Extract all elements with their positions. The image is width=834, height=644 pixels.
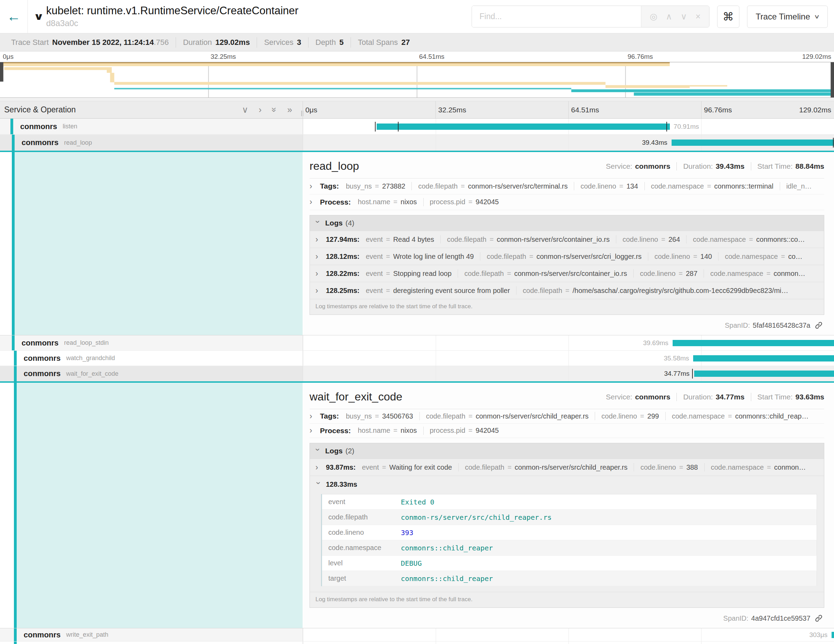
logs-header[interactable]: › Logs (4) [310, 215, 824, 231]
match-case-icon[interactable]: ◎ [650, 11, 657, 21]
start-time-value: 88.84ms [795, 162, 824, 170]
span-service: conmonrs [21, 338, 58, 348]
tags-row[interactable]: › Tags: busy_ns=34506763 code.filepath=c… [310, 409, 824, 424]
span-timeline-cell[interactable]: 303μs [302, 628, 834, 641]
service-value: conmonrs [635, 393, 671, 401]
span-service: conmonrs [24, 369, 60, 378]
log-timestamp: 93.87ms: [326, 463, 356, 471]
span-bar[interactable] [693, 355, 834, 361]
minimap-tick: 96.76ms [628, 53, 653, 60]
logs-section: › Logs (4) › 127.94ms: event=Read 4 byte… [310, 215, 824, 315]
minimap-tick-labels: 0μs 32.25ms 64.51ms 96.76ms 129.02ms [0, 52, 834, 62]
timeline-tick: 0μs [305, 106, 317, 114]
collapse-all-icon[interactable]: » [270, 107, 280, 112]
span-color-accent [12, 335, 15, 350]
trace-services: Services 3 [257, 37, 308, 48]
log-entry[interactable]: › 127.94ms: event=Read 4 bytes code.file… [310, 231, 824, 248]
span-row-watch-grandchild[interactable]: conmonrs watch_grandchild 35.58ms [0, 351, 834, 366]
span-duration-label: 34.77ms [664, 370, 690, 377]
span-bar[interactable] [672, 139, 834, 146]
chevron-down-icon: ∨ [814, 13, 820, 20]
span-duration-label: 70.91ms [674, 123, 699, 131]
logs-title: Logs [325, 219, 343, 227]
prev-result-icon[interactable]: ∧ [666, 11, 672, 21]
span-row-read-loop[interactable]: conmonrs read_loop 39.43ms [0, 135, 834, 150]
logs-footer-note: Log timestamps are relative to the start… [310, 592, 824, 607]
chevron-down-icon: › [314, 482, 323, 487]
start-time-label: Start Time: [758, 393, 793, 401]
duration-label: Duration [183, 38, 212, 47]
span-row-write-exit-path[interactable]: conmonrs write_exit_path 303μs [0, 628, 834, 642]
span-color-accent [14, 642, 17, 644]
log-field-row: code.lineno 393 [322, 525, 817, 540]
find-input[interactable] [472, 6, 641, 27]
span-row-listen[interactable]: conmonrs listen 70.91ms [0, 119, 834, 135]
detail-header[interactable]: wait_for_exit_code Service:conmonrs Dura… [310, 383, 824, 409]
log-field-row: code.filepath conmon-rs/server/src/child… [322, 510, 817, 525]
service-operation-header: Service & Operation ∨ › » » [0, 101, 302, 118]
detail-highlight-column[interactable] [17, 383, 302, 628]
clear-search-icon[interactable]: × [696, 11, 701, 21]
total-spans-label: Total Spans [358, 38, 398, 47]
copy-link-icon[interactable] [815, 321, 823, 330]
collapse-one-icon[interactable]: ∨ [242, 105, 248, 115]
span-timeline-cell[interactable]: 39.43ms [302, 135, 834, 150]
logs-count: (4) [345, 219, 354, 227]
span-bar[interactable] [694, 371, 834, 377]
logs-header[interactable]: › Logs (2) [310, 443, 824, 459]
span-row-read-loop-stdin[interactable]: conmonrs read_loop_stdin 39.69ms [0, 335, 834, 351]
span-bar[interactable] [377, 123, 670, 130]
span-timeline-cell[interactable] [302, 642, 834, 644]
log-entry[interactable]: › 128.22ms: event=Stopping read loop cod… [310, 265, 824, 282]
back-button[interactable]: ← [0, 0, 28, 33]
log-marker [833, 138, 834, 147]
trace-duration: Duration 129.02ms [176, 37, 257, 48]
span-row-partial[interactable] [0, 642, 834, 644]
minimap-canvas[interactable] [0, 62, 834, 98]
timeline-tick: 96.76ms [704, 106, 732, 114]
trace-timeline-page: ← ∨ kubelet: runtime.v1.RuntimeService/C… [0, 0, 834, 644]
span-bar[interactable] [672, 340, 834, 346]
detail-meta: Service:conmonrs Duration:34.77ms Start … [606, 393, 824, 401]
timeline-tick: 129.02ms [799, 106, 831, 114]
chevron-right-icon: › [315, 269, 321, 278]
span-operation: write_exit_path [66, 631, 108, 638]
chevron-right-icon: › [315, 286, 321, 295]
view-selector-button[interactable]: Trace Timeline ∨ [747, 6, 828, 28]
duration-label: Duration: [683, 162, 713, 170]
span-timeline-cell[interactable]: 34.77ms [302, 366, 834, 381]
log-entry[interactable]: › 128.12ms: event=Wrote log line of leng… [310, 248, 824, 265]
services-value: 3 [297, 38, 301, 47]
services-label: Services [264, 38, 293, 47]
span-color-accent [10, 119, 13, 134]
detail-highlight-column[interactable] [15, 152, 302, 335]
detail-header[interactable]: read_loop Service:conmonrs Duration:39.4… [310, 152, 824, 178]
span-duration-label: 39.43ms [642, 139, 668, 146]
tags-row[interactable]: › Tags: busy_ns=273882 code.filepath=con… [310, 178, 824, 194]
span-row-wait-for-exit-code[interactable]: conmonrs wait_for_exit_code 34.77ms [0, 366, 834, 381]
copy-link-icon[interactable] [815, 614, 823, 623]
keyboard-shortcuts-button[interactable]: ⌘ [717, 6, 739, 28]
span-timeline-cell[interactable]: 39.69ms [302, 335, 834, 350]
next-result-icon[interactable]: ∨ [680, 11, 687, 21]
log-timestamp: 128.25ms: [326, 287, 360, 294]
log-entry[interactable]: › 93.87ms: event=Waiting for exit code c… [310, 459, 824, 476]
trace-title-chevron-down-icon[interactable]: ∨ [33, 11, 44, 22]
log-entry[interactable]: › 128.25ms: event=deregistering event so… [310, 282, 824, 299]
process-row[interactable]: › Process: host.name=nixos process.pid=9… [310, 424, 824, 439]
expand-one-icon[interactable]: › [259, 105, 262, 115]
log-entry-expanded[interactable]: › 128.33ms [310, 476, 824, 493]
detail-meta: Service:conmonrs Duration:39.43ms Start … [606, 162, 824, 170]
span-bar[interactable] [832, 632, 834, 638]
expand-all-icon[interactable]: » [287, 105, 292, 115]
span-timeline-cell[interactable]: 70.91ms [302, 119, 834, 134]
trace-summary-bar: Trace Start November 15 2022, 11:24:14.7… [0, 33, 834, 52]
span-operation: listen [63, 123, 77, 130]
chevron-right-icon: › [310, 412, 315, 421]
log-field-row: level DEBUG [322, 556, 817, 571]
span-timeline-cell[interactable]: 35.58ms [302, 351, 834, 366]
duration-value: 39.43ms [716, 162, 745, 170]
process-row[interactable]: › Process: host.name=nixos process.pid=9… [310, 194, 824, 210]
timeline-header: 0μs 32.25ms 64.51ms 96.76ms 129.02ms [302, 101, 834, 118]
span-duration-label: 303μs [809, 631, 828, 639]
